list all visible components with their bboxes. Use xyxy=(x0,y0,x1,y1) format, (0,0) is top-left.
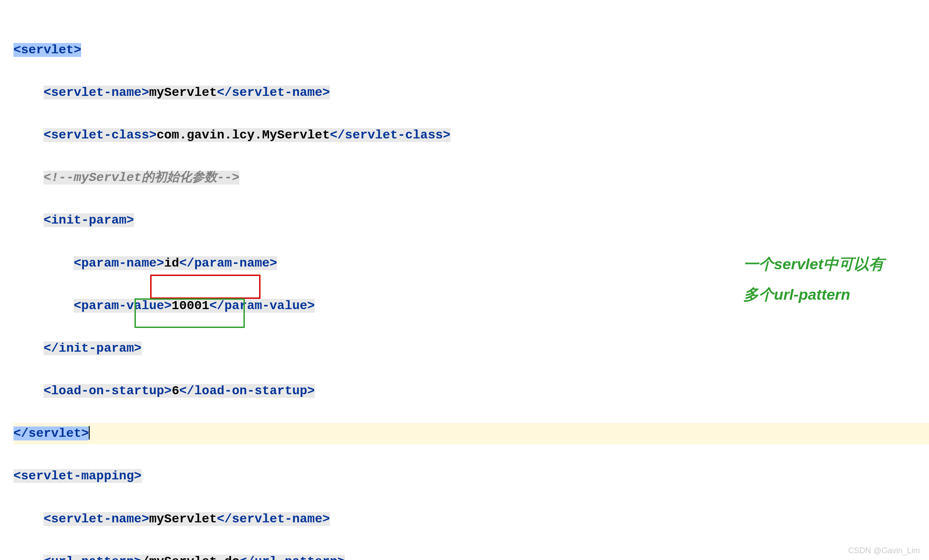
tag-servlet-mapping-open: <servlet-mapping> xyxy=(13,469,142,483)
text-param-name: id xyxy=(164,256,179,270)
tag-url-pattern-open: <url-pattern> xyxy=(43,555,141,560)
code-line: <servlet-name>myServlet</servlet-name> xyxy=(13,82,929,103)
tag-param-value-close: </param-value> xyxy=(209,299,315,313)
text-caret xyxy=(89,426,90,439)
text-servlet-name: myServlet xyxy=(149,86,217,99)
tag-servlet-name-close: </servlet-name> xyxy=(217,86,330,99)
tag-servlet-name-open: <servlet-name> xyxy=(43,86,149,99)
text-servlet-name: myServlet xyxy=(149,512,217,526)
code-line: <servlet-name>myServlet</servlet-name> xyxy=(13,508,929,530)
annotation-note: 一个servlet中可以有 多个url-pattern xyxy=(743,249,884,310)
code-line: <load-on-startup>6</load-on-startup> xyxy=(13,380,929,402)
tag-param-name-close: </param-name> xyxy=(179,256,277,270)
tag-init-param-open: <init-param> xyxy=(43,213,134,227)
code-line: <servlet> xyxy=(13,39,929,61)
code-line: </init-param> xyxy=(13,338,929,359)
annotation-line2: 多个url-pattern xyxy=(743,279,884,310)
code-line: <servlet-class>com.gavin.lcy.MyServlet</… xyxy=(13,125,929,146)
watermark: CSDN @Gavin_Lim xyxy=(848,546,920,556)
code-line: <!--myServlet的初始化参数--> xyxy=(13,167,929,189)
annotation-line1: 一个servlet中可以有 xyxy=(743,249,884,279)
text-param-value: 10001 xyxy=(172,299,209,313)
tag-init-param-close: </init-param> xyxy=(43,341,141,355)
tag-servlet-name-close: </servlet-name> xyxy=(217,512,330,526)
code-line: <servlet-mapping> xyxy=(13,465,929,487)
tag-servlet-close: </servlet> xyxy=(13,426,89,440)
tag-servlet-open: <servlet> xyxy=(13,43,81,57)
tag-servlet-class-close: </servlet-class> xyxy=(330,128,451,142)
xml-comment: <!--myServlet的初始化参数--> xyxy=(43,171,239,185)
tag-load-on-startup-close: </load-on-startup> xyxy=(179,384,315,398)
tag-servlet-name-open: <servlet-name> xyxy=(43,512,149,526)
code-line: <init-param> xyxy=(13,210,929,231)
code-screenshot: <servlet> <servlet-name>myServlet</servl… xyxy=(0,0,929,560)
text-servlet-class: com.gavin.lcy.MyServlet xyxy=(156,128,330,142)
tag-load-on-startup-open: <load-on-startup> xyxy=(43,384,172,398)
tag-param-name-open: <param-name> xyxy=(74,256,164,270)
text-load-on-startup: 6 xyxy=(172,384,179,398)
code-line-caret: </servlet> xyxy=(13,423,929,444)
code-line: <url-pattern>/myServlet.do</url-pattern> xyxy=(13,551,929,560)
tag-param-value-open: <param-value> xyxy=(74,299,171,313)
text-url-pattern: /myServlet.do xyxy=(142,555,239,560)
tag-url-pattern-close: </url-pattern> xyxy=(239,555,345,560)
tag-servlet-class-open: <servlet-class> xyxy=(43,128,156,142)
